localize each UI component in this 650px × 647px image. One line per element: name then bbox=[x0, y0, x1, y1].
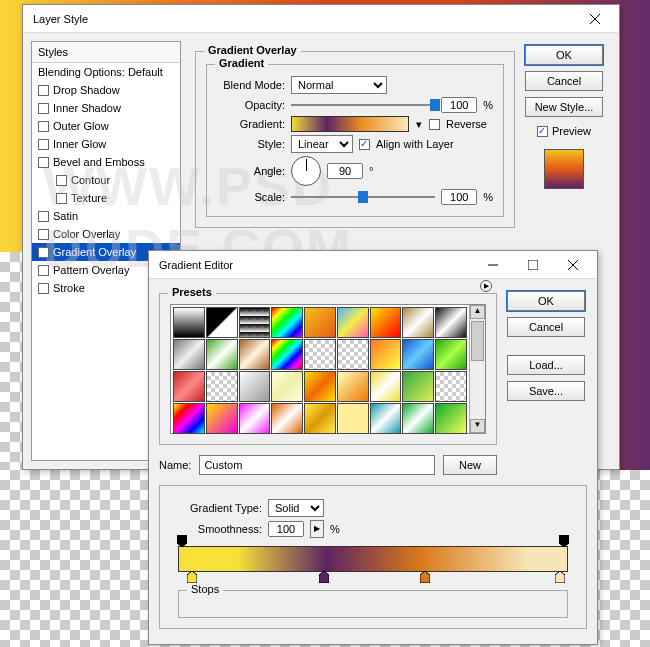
minimize-icon[interactable] bbox=[473, 252, 513, 278]
opacity-stop[interactable] bbox=[559, 535, 569, 547]
gradient-editor-dialog: Gradient Editor Presets ▶ bbox=[148, 250, 598, 645]
sub-title: Gradient bbox=[215, 57, 268, 69]
preset-swatch[interactable] bbox=[206, 403, 238, 434]
color-stop[interactable] bbox=[555, 571, 565, 583]
scroll-thumb[interactable] bbox=[471, 321, 484, 361]
preset-swatch[interactable] bbox=[173, 307, 205, 338]
style-item-outer-glow[interactable]: Outer Glow bbox=[32, 117, 180, 135]
preset-swatch[interactable] bbox=[239, 371, 271, 402]
opacity-input[interactable] bbox=[441, 97, 477, 113]
styles-header[interactable]: Styles bbox=[32, 42, 180, 63]
presets-label: Presets bbox=[168, 286, 216, 298]
scale-input[interactable] bbox=[441, 189, 477, 205]
preset-swatch[interactable] bbox=[370, 403, 402, 434]
preset-swatch[interactable] bbox=[337, 371, 369, 402]
preset-swatch[interactable] bbox=[337, 307, 369, 338]
scroll-down-icon[interactable]: ▼ bbox=[470, 419, 485, 433]
ok-button[interactable]: OK bbox=[525, 45, 603, 65]
name-input[interactable] bbox=[199, 455, 435, 475]
smoothness-input[interactable] bbox=[268, 521, 304, 537]
maximize-icon[interactable] bbox=[513, 252, 553, 278]
angle-dial[interactable] bbox=[291, 156, 321, 186]
preset-swatch[interactable] bbox=[370, 371, 402, 402]
color-stop[interactable] bbox=[420, 571, 430, 583]
svg-marker-11 bbox=[555, 571, 565, 583]
preset-swatch[interactable] bbox=[304, 307, 336, 338]
cancel-button[interactable]: Cancel bbox=[525, 71, 603, 91]
smoothness-dropdown-icon[interactable]: ▶ bbox=[310, 520, 324, 538]
stops-legend: Stops bbox=[187, 583, 223, 595]
ge-ok-button[interactable]: OK bbox=[507, 291, 585, 311]
preset-swatch[interactable] bbox=[402, 339, 434, 370]
svg-rect-3 bbox=[528, 260, 538, 270]
angle-input[interactable] bbox=[327, 163, 363, 179]
preset-swatch[interactable] bbox=[173, 339, 205, 370]
gradient-bar[interactable] bbox=[178, 546, 568, 572]
gradient-type-select[interactable]: Solid bbox=[268, 499, 324, 517]
preset-swatch[interactable] bbox=[435, 307, 467, 338]
blending-options-item[interactable]: Blending Options: Default bbox=[32, 63, 180, 81]
style-label: Style: bbox=[217, 138, 285, 150]
preset-swatch[interactable] bbox=[304, 339, 336, 370]
preset-swatch[interactable] bbox=[337, 403, 369, 434]
preset-swatch[interactable] bbox=[370, 307, 402, 338]
ge-cancel-button[interactable]: Cancel bbox=[507, 317, 585, 337]
preset-swatch[interactable] bbox=[402, 403, 434, 434]
blend-mode-select[interactable]: Normal bbox=[291, 76, 387, 94]
style-item-inner-shadow[interactable]: Inner Shadow bbox=[32, 99, 180, 117]
preset-swatch[interactable] bbox=[173, 403, 205, 434]
preset-swatch[interactable] bbox=[435, 339, 467, 370]
preset-swatch[interactable] bbox=[271, 339, 303, 370]
style-select[interactable]: Linear bbox=[291, 135, 353, 153]
blend-mode-label: Blend Mode: bbox=[217, 79, 285, 91]
scale-label: Scale: bbox=[217, 191, 285, 203]
scroll-up-icon[interactable]: ▲ bbox=[470, 305, 485, 319]
svg-marker-9 bbox=[319, 571, 329, 583]
svg-marker-7 bbox=[559, 535, 569, 547]
gradient-dropdown-icon[interactable]: ▾ bbox=[415, 118, 423, 131]
close-icon[interactable] bbox=[553, 252, 593, 278]
layer-style-title: Layer Style bbox=[33, 13, 575, 25]
opacity-slider[interactable] bbox=[291, 98, 435, 112]
align-label: Align with Layer bbox=[376, 138, 454, 150]
preset-swatch[interactable] bbox=[271, 371, 303, 402]
new-style-button[interactable]: New Style... bbox=[525, 97, 603, 117]
reverse-checkbox[interactable] bbox=[429, 119, 440, 130]
opacity-stop[interactable] bbox=[177, 535, 187, 547]
preset-swatch[interactable] bbox=[239, 307, 271, 338]
preset-swatch[interactable] bbox=[435, 403, 467, 434]
presets-scrollbar[interactable]: ▲ ▼ bbox=[469, 305, 485, 433]
gradient-swatch[interactable] bbox=[291, 116, 409, 132]
preset-swatch[interactable] bbox=[173, 371, 205, 402]
preset-swatch[interactable] bbox=[337, 339, 369, 370]
preset-swatch[interactable] bbox=[304, 403, 336, 434]
gradient-editor-titlebar: Gradient Editor bbox=[149, 251, 597, 279]
close-icon[interactable] bbox=[575, 6, 615, 32]
gradient-type-label: Gradient Type: bbox=[170, 502, 262, 514]
preset-swatch[interactable] bbox=[206, 371, 238, 402]
preset-swatch[interactable] bbox=[239, 403, 271, 434]
smoothness-label: Smoothness: bbox=[170, 523, 262, 535]
preset-swatch[interactable] bbox=[271, 403, 303, 434]
preview-checkbox[interactable] bbox=[537, 126, 548, 137]
layer-style-titlebar: Layer Style bbox=[23, 5, 619, 33]
preset-swatch[interactable] bbox=[271, 307, 303, 338]
preset-swatch[interactable] bbox=[402, 307, 434, 338]
new-button[interactable]: New bbox=[443, 455, 497, 475]
load-button[interactable]: Load... bbox=[507, 355, 585, 375]
color-stop[interactable] bbox=[319, 571, 329, 583]
save-button[interactable]: Save... bbox=[507, 381, 585, 401]
color-stop[interactable] bbox=[187, 571, 197, 583]
preset-swatch[interactable] bbox=[370, 339, 402, 370]
preset-swatch[interactable] bbox=[239, 339, 271, 370]
style-item-inner-glow[interactable]: Inner Glow bbox=[32, 135, 180, 153]
style-item-drop-shadow[interactable]: Drop Shadow bbox=[32, 81, 180, 99]
scale-slider[interactable] bbox=[291, 190, 435, 204]
presets-menu-icon[interactable]: ▶ bbox=[480, 280, 492, 292]
preset-swatch[interactable] bbox=[435, 371, 467, 402]
preset-swatch[interactable] bbox=[304, 371, 336, 402]
align-checkbox[interactable] bbox=[359, 139, 370, 150]
preset-swatch[interactable] bbox=[402, 371, 434, 402]
preset-swatch[interactable] bbox=[206, 339, 238, 370]
preset-swatch[interactable] bbox=[206, 307, 238, 338]
